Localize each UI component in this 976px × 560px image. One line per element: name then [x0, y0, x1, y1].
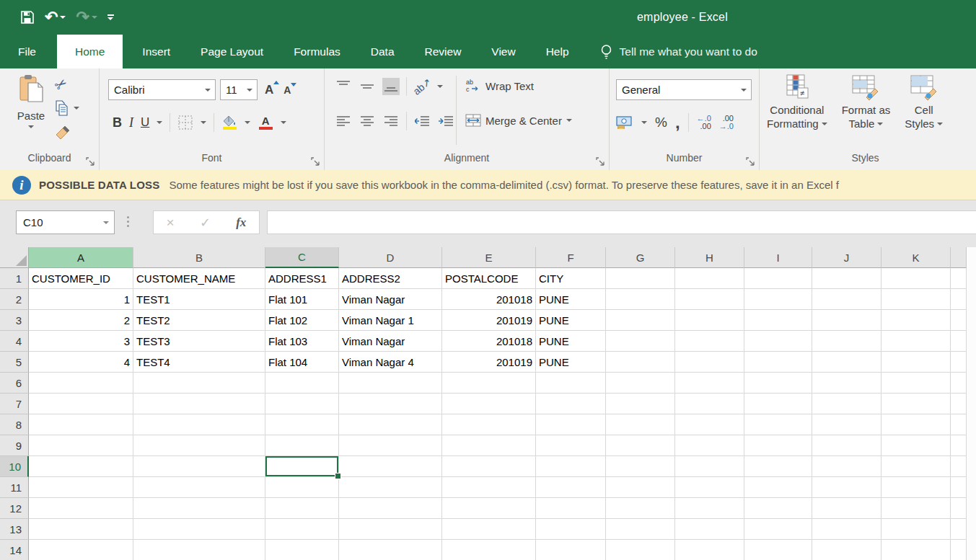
cell-K11[interactable]: [882, 477, 951, 498]
column-header-h[interactable]: H: [675, 247, 744, 268]
number-format-select[interactable]: General: [616, 79, 752, 100]
row-header-2[interactable]: 2: [0, 289, 29, 310]
customize-qat-button[interactable]: [107, 14, 114, 20]
cell-F9[interactable]: [536, 435, 606, 456]
cell-C4[interactable]: Flat 103: [265, 331, 339, 352]
orientation-dropdown-icon[interactable]: [437, 85, 443, 88]
cell-partial-5[interactable]: [951, 352, 967, 373]
align-right-button[interactable]: [382, 112, 400, 130]
decrease-decimal-button[interactable]: .00 →.0: [719, 115, 734, 130]
orientation-button[interactable]: ab↗: [410, 74, 434, 99]
row-header-4[interactable]: 4: [0, 331, 29, 352]
cell-E11[interactable]: [442, 477, 536, 498]
cell-partial-3[interactable]: [951, 310, 967, 331]
cell-K13[interactable]: [882, 519, 951, 540]
underline-dropdown-icon[interactable]: [157, 121, 162, 124]
cell-B14[interactable]: [133, 540, 265, 560]
cell-D9[interactable]: [339, 435, 442, 456]
cell-H1[interactable]: [675, 268, 744, 289]
paste-dropdown-icon[interactable]: [28, 125, 34, 128]
cell-G8[interactable]: [606, 414, 675, 435]
conditional-formatting-button[interactable]: ≠ Conditional Formatting: [767, 74, 827, 130]
cell-G4[interactable]: [606, 331, 675, 352]
cell-partial-14[interactable]: [951, 540, 967, 560]
cell-G3[interactable]: [606, 310, 675, 331]
cell-G6[interactable]: [606, 373, 675, 394]
cell-partial-1[interactable]: [951, 268, 967, 289]
cell-B8[interactable]: [133, 414, 265, 435]
column-header-d[interactable]: D: [339, 247, 442, 268]
cell-J7[interactable]: [812, 394, 882, 414]
cell-I11[interactable]: [744, 477, 812, 498]
column-header-a[interactable]: A: [29, 247, 133, 268]
cell-styles-button[interactable]: Cell Styles: [905, 74, 943, 130]
cell-F13[interactable]: [536, 519, 606, 540]
row-header-10[interactable]: 10: [0, 456, 29, 477]
comma-style-button[interactable]: ,: [675, 119, 680, 126]
cell-K10[interactable]: [882, 456, 951, 477]
borders-icon[interactable]: [177, 115, 193, 130]
cell-D6[interactable]: [339, 373, 442, 394]
fill-color-dropdown-icon[interactable]: [245, 121, 250, 124]
cell-H3[interactable]: [675, 310, 744, 331]
cell-C14[interactable]: [265, 540, 339, 560]
cell-J12[interactable]: [812, 498, 882, 519]
cell-C8[interactable]: [265, 414, 339, 435]
cell-A8[interactable]: [29, 414, 133, 435]
align-left-button[interactable]: [335, 112, 352, 130]
merge-center-dropdown-icon[interactable]: [566, 119, 572, 122]
cell-I4[interactable]: [744, 331, 812, 352]
increase-font-size-button[interactable]: A: [262, 83, 276, 97]
cell-G9[interactable]: [606, 435, 675, 456]
borders-dropdown-icon[interactable]: [201, 121, 206, 124]
middle-align-button[interactable]: [359, 78, 376, 95]
cell-A11[interactable]: [29, 477, 133, 498]
row-header-7[interactable]: 7: [0, 394, 29, 414]
tab-view[interactable]: View: [476, 35, 530, 68]
cell-D2[interactable]: Viman Nagar: [339, 289, 442, 310]
cell-A10[interactable]: [29, 456, 133, 477]
cell-partial-4[interactable]: [951, 331, 967, 352]
cell-A3[interactable]: 2: [29, 310, 133, 331]
cell-C12[interactable]: [265, 498, 339, 519]
alignment-dialog-launcher[interactable]: [596, 157, 605, 166]
cell-C11[interactable]: [265, 477, 339, 498]
cell-F4[interactable]: PUNE: [536, 331, 606, 352]
decrease-indent-button[interactable]: [413, 112, 431, 130]
cell-A5[interactable]: 4: [29, 352, 133, 373]
cell-partial-2[interactable]: [951, 289, 967, 310]
accounting-format-icon[interactable]: [616, 116, 633, 129]
cell-E2[interactable]: 201018: [442, 289, 536, 310]
cell-K8[interactable]: [882, 414, 951, 435]
cell-J3[interactable]: [812, 310, 882, 331]
cell-I1[interactable]: [744, 268, 812, 289]
cell-H7[interactable]: [675, 394, 744, 414]
column-header-f[interactable]: F: [536, 247, 606, 268]
row-header-5[interactable]: 5: [0, 352, 29, 373]
undo-button[interactable]: ↶: [45, 9, 66, 25]
cell-D5[interactable]: Viman Nagar 4: [339, 352, 442, 373]
cell-J13[interactable]: [812, 519, 882, 540]
cell-F6[interactable]: [536, 373, 606, 394]
tab-home[interactable]: Home: [57, 35, 123, 68]
italic-button[interactable]: I: [129, 115, 133, 130]
cell-F7[interactable]: [536, 394, 606, 414]
cell-B11[interactable]: [133, 477, 265, 498]
name-box[interactable]: C10: [16, 210, 115, 234]
copy-dropdown-icon[interactable]: [74, 107, 79, 110]
column-header-b[interactable]: B: [133, 247, 265, 268]
clipboard-dialog-launcher[interactable]: [86, 157, 95, 166]
cell-E3[interactable]: 201019: [442, 310, 536, 331]
cell-H5[interactable]: [675, 352, 744, 373]
cell-E5[interactable]: 201019: [442, 352, 536, 373]
cell-partial-10[interactable]: [951, 456, 967, 477]
cell-partial-11[interactable]: [951, 477, 967, 498]
row-header-12[interactable]: 12: [0, 498, 29, 519]
cell-H11[interactable]: [675, 477, 744, 498]
cell-F5[interactable]: PUNE: [536, 352, 606, 373]
cell-K3[interactable]: [882, 310, 951, 331]
cell-H13[interactable]: [675, 519, 744, 540]
copy-button[interactable]: [55, 99, 79, 117]
row-header-14[interactable]: 14: [0, 540, 29, 560]
select-all-button[interactable]: [0, 247, 29, 268]
